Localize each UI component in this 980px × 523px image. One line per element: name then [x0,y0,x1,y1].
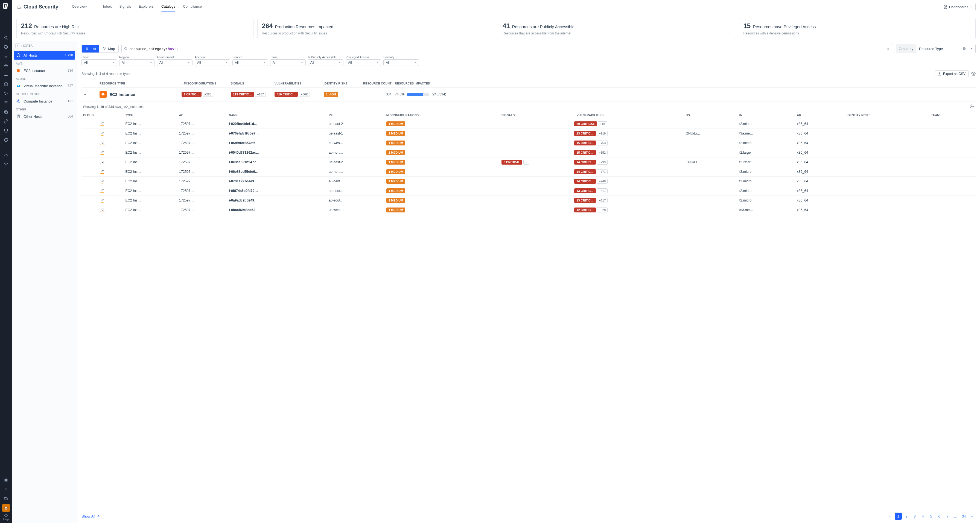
kpi-card[interactable]: 41Resources are Publicly AccessibleResou… [498,18,735,40]
filter-select[interactable]: All [119,59,155,66]
page-prev[interactable]: ← [886,513,894,520]
export-csv-button[interactable]: Export as CSV [935,70,969,77]
aws-icon [100,140,105,145]
clear-groupby-icon[interactable] [960,47,968,51]
search-input[interactable]: resource_category:hosts ✕ [121,44,893,53]
refresh-icon[interactable] [2,136,10,144]
kpi-card[interactable]: 264Production Resources ImpactedResource… [257,18,495,40]
nav-tab-catalogs[interactable]: Catalogs [161,3,175,11]
table-row[interactable]: EC2 Ins… 172597… i-07011297dee3… eu-cent… [81,176,975,186]
table-row[interactable]: EC2 Ins… 172597… i-06e88ee55efe6… ap-nor… [81,167,975,176]
chart-icon[interactable] [2,52,10,60]
filter-select[interactable]: All [232,59,268,66]
page-5[interactable]: 5 [928,513,935,520]
page-3[interactable]: 3 [911,513,918,520]
aws-icon [100,169,105,174]
group-by-selector[interactable]: Group by Resource Type [896,44,975,53]
filter-select[interactable]: All [383,59,419,66]
page-7[interactable]: 7 [944,513,951,520]
datadog-logo [2,2,10,10]
svg-point-1 [5,64,8,67]
list-icon[interactable] [2,99,10,107]
gear-icon[interactable] [970,104,974,108]
filter-select[interactable]: All [270,59,306,66]
page-next[interactable]: → [969,513,975,520]
map-icon [103,47,107,51]
link-icon[interactable] [2,118,10,125]
table-row[interactable]: EC2 Ins… 172597… i-0c8ca621b9477… us-eas… [81,157,975,167]
svg-point-2 [5,65,6,66]
sidebar-group-title: GOOGLE CLOUD [12,90,77,97]
sidebar-item-other-hosts[interactable]: Other Hosts504 [12,112,77,121]
sidebar-item-count: 334 [68,68,73,72]
sidebar-item-compute-instance[interactable]: Compute Instance131 [12,97,77,105]
sidebar-item-virtual-machine-instance[interactable]: Virtual Machine Instance747 [12,81,77,90]
page-1[interactable]: 1 [895,513,902,520]
filter-select[interactable]: All [81,59,117,66]
clear-search-icon[interactable]: ✕ [886,47,891,51]
copy-icon[interactable] [2,108,10,116]
sidebar-back[interactable]: HOSTS [12,41,77,51]
svg-rect-15 [944,5,945,7]
sidebar-item-all-hosts[interactable]: All Hosts1.72k [14,51,75,60]
table-row[interactable]: EC2 Ins… 172597… i-0f874a5e9fd79… ap-sou… [81,186,975,196]
svg-rect-17 [946,7,947,8]
puzzle-icon[interactable] [2,476,10,484]
binoculars-icon[interactable] [2,71,10,79]
nav-tab-inbox[interactable]: Inbox [103,3,112,11]
group-row-ec2[interactable]: EC2 Instance 1 CRITIC…+268 113 CRITIC…+1… [81,87,975,102]
filter-row: Cloud AllRegion AllEnvironment AllAccoun… [77,56,980,68]
gear-icon[interactable] [971,72,975,76]
filter-select[interactable]: All [345,59,381,66]
gauge-icon[interactable] [2,151,10,159]
sidebar-item-ec2-instance[interactable]: EC2 Instance334 [12,66,77,75]
nav-tab-signals[interactable]: Signals [119,3,131,11]
nav-tab-overview[interactable]: Overview [72,3,87,11]
product-switcher[interactable]: Cloud Security [16,4,64,10]
svg-rect-12 [5,164,6,165]
table-row[interactable]: EC2 Ins… 172597… i-020fba4bfef1d… us-eas… [81,119,975,129]
dashboard-icon [943,5,947,9]
svg-rect-19 [17,69,19,72]
search-icon[interactable] [2,34,10,41]
view-map-button[interactable]: Map [99,45,118,52]
view-list-button[interactable]: List [82,45,99,52]
page-34[interactable]: 34 [960,513,967,520]
history-icon[interactable] [2,43,10,51]
nav-tab-compliance[interactable]: Compliance [183,3,202,11]
filter-select[interactable]: All [157,59,192,66]
aws-icon [100,150,105,155]
table-row[interactable]: EC2 Ins… 172597… i-06d9d0e854cf6… eu-wes… [81,138,975,148]
flow-icon[interactable] [2,160,10,168]
expand-toggle-icon[interactable] [83,92,96,96]
help-link[interactable]: Help [3,513,9,523]
shield-icon[interactable] [2,127,10,135]
avatar-icon[interactable]: 🐶 [2,504,10,512]
page-2[interactable]: 2 [903,513,910,520]
aws-icon [100,208,105,212]
hexagon-icon [16,53,21,58]
windows-icon[interactable] [2,495,10,502]
table-row[interactable]: EC2 Ins… 172597… i-0a9adc2d5249… ap-sout… [81,196,975,205]
nodes-icon[interactable] [2,90,10,97]
kpi-card[interactable]: 15Resources have Privileged AccessResour… [739,18,976,40]
svg-point-24 [103,47,104,48]
kpi-card[interactable]: 212Resources are High RiskResources with… [16,18,253,40]
sparkle-icon[interactable] [2,486,10,493]
filter-select[interactable]: All [195,59,230,66]
table-row[interactable]: EC2 Ins… 172597… i-0baaf69c8dc52… us-wes… [81,205,975,215]
layers-icon[interactable] [2,80,10,88]
table-row[interactable]: EC2 Ins… 172597… i-076efafcf9c5e7… us-ea… [81,129,975,138]
page-4[interactable]: 4 [919,513,926,520]
dashboards-button[interactable]: Dashboards [940,3,975,11]
chevron-down-icon [60,5,64,9]
svg-point-0 [5,37,7,39]
filter-account: Account All [195,56,230,66]
page-6[interactable]: 6 [936,513,943,520]
show-all-link[interactable]: Show All [81,514,100,518]
target-icon[interactable] [2,62,10,70]
cloud-icon [16,5,21,10]
nav-tab-explorers[interactable]: Explorers [138,3,154,11]
filter-select[interactable]: All [308,59,344,66]
table-row[interactable]: EC2 Ins… 172597… i-0540d371262ac… ap-nor… [81,148,975,157]
